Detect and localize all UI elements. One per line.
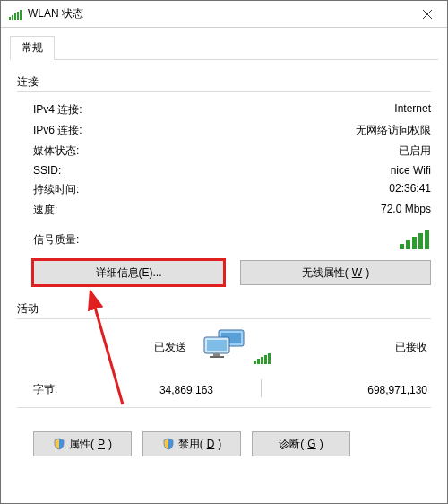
wireless-properties-button[interactable]: 无线属性(W) bbox=[240, 260, 431, 285]
props-mn: P bbox=[98, 438, 105, 450]
bytes-recv-value: 698,971,130 bbox=[301, 384, 431, 396]
diagnose-button[interactable]: 诊断(G) bbox=[252, 431, 350, 456]
bytes-label: 字节: bbox=[33, 382, 87, 397]
details-button-label: 详细信息(E)... bbox=[96, 265, 162, 281]
disable-mn: D bbox=[207, 438, 215, 450]
props-post: ) bbox=[108, 438, 112, 450]
ssid-label: SSID: bbox=[33, 164, 391, 177]
media-value: 已启用 bbox=[399, 143, 431, 159]
disable-pre: 禁用( bbox=[178, 437, 203, 452]
svg-rect-1 bbox=[12, 15, 13, 20]
duration-value: 02:36:41 bbox=[389, 182, 431, 197]
bottom-button-row: 属性(P) 禁用(D) 诊断(G) bbox=[17, 415, 431, 456]
wlan-status-window: WLAN 状态 常规 连接 IPv4 连接: Internet IPv6 连接:… bbox=[0, 0, 448, 504]
ipv6-value: 无网络访问权限 bbox=[356, 123, 431, 138]
signal-bars-small-icon bbox=[254, 353, 271, 364]
row-ipv4: IPv4 连接: Internet bbox=[17, 100, 431, 120]
svg-rect-11 bbox=[213, 353, 220, 356]
row-duration: 持续时间: 02:36:41 bbox=[17, 179, 431, 200]
shield-icon bbox=[53, 438, 65, 450]
ipv4-value: Internet bbox=[394, 102, 431, 117]
divider bbox=[17, 407, 431, 408]
diag-mn: G bbox=[307, 438, 315, 450]
detail-button-row: 详细信息(E)... 无线属性(W) bbox=[17, 255, 431, 292]
svg-rect-4 bbox=[20, 10, 22, 20]
signal-bars-icon bbox=[400, 230, 431, 249]
tab-strip: 常规 bbox=[10, 35, 438, 60]
svg-rect-0 bbox=[9, 17, 11, 20]
svg-rect-3 bbox=[17, 12, 19, 20]
ipv4-label: IPv4 连接: bbox=[33, 102, 394, 117]
signal-icon bbox=[8, 7, 22, 22]
titlebar: WLAN 状态 bbox=[1, 1, 447, 28]
row-ssid: SSID: nice Wifi bbox=[17, 161, 431, 179]
row-speed: 速度: 72.0 Mbps bbox=[17, 200, 431, 221]
divider bbox=[17, 91, 431, 92]
tab-general[interactable]: 常规 bbox=[10, 36, 55, 60]
properties-button[interactable]: 属性(P) bbox=[33, 431, 132, 456]
wp-pre: 无线属性( bbox=[302, 265, 349, 281]
wp-mn: W bbox=[352, 266, 362, 279]
sent-label: 已发送 bbox=[33, 340, 194, 355]
tab-content: 连接 IPv4 连接: Internet IPv6 连接: 无网络访问权限 媒体… bbox=[1, 60, 447, 465]
bytes-separator bbox=[220, 379, 301, 400]
shield-icon bbox=[162, 438, 175, 450]
speed-label: 速度: bbox=[33, 203, 381, 218]
network-monitors-icon bbox=[197, 328, 251, 367]
disable-post: ) bbox=[218, 438, 221, 450]
signal-label: 信号质量: bbox=[33, 232, 400, 248]
wp-post: ) bbox=[366, 266, 369, 279]
ipv6-label: IPv6 连接: bbox=[33, 123, 356, 138]
props-pre: 属性( bbox=[69, 437, 94, 452]
svg-rect-10 bbox=[207, 340, 227, 351]
activity-header: 已发送 已接收 bbox=[17, 326, 431, 367]
svg-rect-2 bbox=[14, 13, 16, 20]
disable-button[interactable]: 禁用(D) bbox=[142, 431, 241, 456]
row-signal: 信号质量: bbox=[17, 221, 431, 255]
details-button[interactable]: 详细信息(E)... bbox=[33, 260, 224, 285]
close-button[interactable] bbox=[407, 1, 447, 28]
bytes-row: 字节: 34,869,163 698,971,130 bbox=[17, 367, 431, 405]
speed-value: 72.0 Mbps bbox=[381, 203, 431, 218]
group-activity-title: 活动 bbox=[17, 301, 431, 317]
row-ipv6: IPv6 连接: 无网络访问权限 bbox=[17, 120, 431, 141]
media-label: 媒体状态: bbox=[33, 143, 399, 159]
ssid-value: nice Wifi bbox=[391, 164, 431, 177]
close-icon bbox=[423, 10, 432, 19]
svg-rect-12 bbox=[210, 356, 224, 358]
row-media: 媒体状态: 已启用 bbox=[17, 141, 431, 161]
diag-post: ) bbox=[320, 438, 323, 450]
received-label: 已接收 bbox=[274, 340, 431, 355]
bytes-sent-value: 34,869,163 bbox=[87, 384, 220, 396]
group-connection-title: 连接 bbox=[17, 74, 431, 90]
window-title: WLAN 状态 bbox=[28, 6, 407, 22]
duration-label: 持续时间: bbox=[33, 182, 389, 197]
divider bbox=[17, 318, 431, 319]
activity-icon-cell bbox=[194, 328, 274, 367]
diag-pre: 诊断( bbox=[279, 437, 304, 452]
